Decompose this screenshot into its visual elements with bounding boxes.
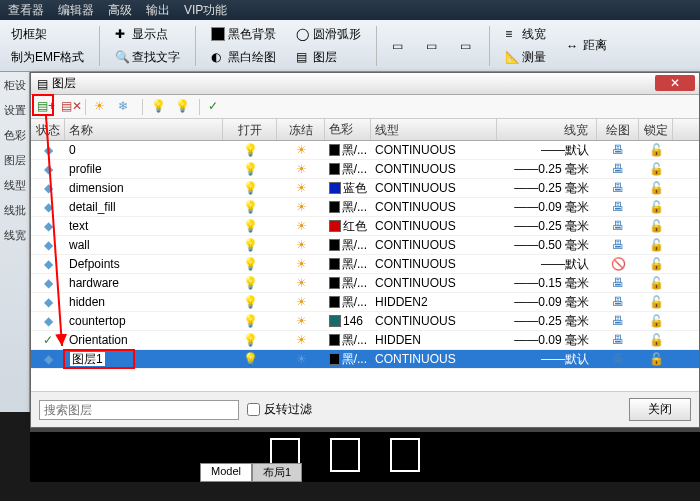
color-swatch[interactable] xyxy=(329,163,340,175)
sun-icon[interactable]: ☀ xyxy=(296,143,307,157)
bulb-icon[interactable]: 💡 xyxy=(243,200,258,214)
lock-icon[interactable]: 🔓 xyxy=(649,219,664,233)
linetype-cell[interactable]: CONTINUOUS xyxy=(371,257,497,271)
table-row[interactable]: ◆countertop💡☀146CONTINUOUS——0.25 毫米🖶🔓 xyxy=(31,312,699,331)
left-item[interactable]: 设置 xyxy=(2,101,28,120)
left-item[interactable]: 色彩 xyxy=(2,126,28,145)
menu-viewer[interactable]: 查看器 xyxy=(8,2,44,19)
show-point-button[interactable]: ✚显示点 xyxy=(110,24,185,45)
checkbox-icon[interactable] xyxy=(247,403,260,416)
color-swatch[interactable] xyxy=(329,353,340,365)
close-button[interactable]: 关闭 xyxy=(629,398,691,421)
table-row[interactable]: ✓Orientation💡☀黑/...HIDDEN——0.09 毫米🖶🔓 xyxy=(31,331,699,350)
col-lweight[interactable]: 线宽 xyxy=(497,119,597,140)
left-item[interactable]: 柜设 xyxy=(2,76,28,95)
col-plot[interactable]: 绘图 xyxy=(597,119,639,140)
layer-name[interactable]: countertop xyxy=(65,314,223,328)
col-open[interactable]: 打开 xyxy=(223,119,277,140)
lineweight-cell[interactable]: ——0.09 毫米 xyxy=(497,294,597,311)
linetype-cell[interactable]: CONTINUOUS xyxy=(371,238,497,252)
bulb-icon[interactable]: 💡 xyxy=(243,238,258,252)
sun-icon[interactable]: ☀ xyxy=(296,276,307,290)
printer-icon[interactable]: 🖶 xyxy=(612,162,624,176)
printer-icon[interactable]: 🖶 xyxy=(612,143,624,157)
layer-name[interactable]: Orientation xyxy=(65,333,223,347)
lineweight-cell[interactable]: ——默认 xyxy=(497,351,597,368)
lineweight-cell[interactable]: ——0.25 毫米 xyxy=(497,313,597,330)
tool-2[interactable]: ▭ xyxy=(421,37,445,55)
printer-icon[interactable]: 🖶 xyxy=(612,276,624,290)
check-icon[interactable]: ✓ xyxy=(208,99,224,115)
col-color[interactable]: 色彩 xyxy=(325,119,371,140)
new-layer-icon[interactable]: ▤+ xyxy=(37,99,53,115)
layer-name[interactable]: hidden xyxy=(65,295,223,309)
measure-button[interactable]: 📐测量 xyxy=(500,47,551,68)
color-swatch[interactable] xyxy=(329,277,340,289)
lock-icon[interactable]: 🔓 xyxy=(649,162,664,176)
menu-editor[interactable]: 编辑器 xyxy=(58,2,94,19)
table-row[interactable]: ◆hidden💡☀黑/...HIDDEN2——0.09 毫米🖶🔓 xyxy=(31,293,699,312)
tab-model[interactable]: Model xyxy=(200,463,252,482)
lineweight-cell[interactable]: ——0.50 毫米 xyxy=(497,237,597,254)
find-text-button[interactable]: 🔍查找文字 xyxy=(110,47,185,68)
sun-icon[interactable]: ☀ xyxy=(296,352,307,366)
lock-icon[interactable]: 🔓 xyxy=(649,276,664,290)
col-ltype[interactable]: 线型 xyxy=(371,119,497,140)
color-swatch[interactable] xyxy=(329,334,340,346)
printer-icon[interactable]: 🖶 xyxy=(612,314,624,328)
layer-name[interactable]: hardware xyxy=(65,276,223,290)
invert-filter-checkbox[interactable]: 反转过滤 xyxy=(247,401,312,418)
sun-icon[interactable]: ☀ xyxy=(296,200,307,214)
emf-format-button[interactable]: 制为EMF格式 xyxy=(6,47,89,68)
sun-icon[interactable]: ☀ xyxy=(296,181,307,195)
tool-3[interactable]: ▭ xyxy=(455,37,479,55)
sun-icon[interactable]: ☀ xyxy=(296,162,307,176)
arc-button[interactable]: ◯圆滑弧形 xyxy=(291,24,366,45)
printer-icon[interactable]: 🖶 xyxy=(612,200,624,214)
printer-icon[interactable]: 🚫 xyxy=(611,257,626,271)
layer-name[interactable]: Defpoints xyxy=(65,257,223,271)
layer-name-input[interactable]: 图层1 xyxy=(69,351,106,367)
lineweight-cell[interactable]: ——默认 xyxy=(497,142,597,159)
linetype-cell[interactable]: CONTINUOUS xyxy=(371,181,497,195)
printer-icon[interactable]: 🖶 xyxy=(612,238,624,252)
table-row[interactable]: ◆dimension💡☀蓝色CONTINUOUS——0.25 毫米🖶🔓 xyxy=(31,179,699,198)
printer-icon[interactable]: 🖶 xyxy=(612,295,624,309)
sun-icon[interactable]: ☀ xyxy=(296,333,307,347)
bulb-icon[interactable]: 💡 xyxy=(243,276,258,290)
bulb-icon[interactable]: 💡 xyxy=(243,143,258,157)
bulb-on-icon[interactable]: 💡 xyxy=(175,99,191,115)
color-swatch[interactable] xyxy=(329,144,340,156)
table-row[interactable]: ◆profile💡☀黑/...CONTINUOUS——0.25 毫米🖶🔓 xyxy=(31,160,699,179)
sun-icon[interactable]: ☀ xyxy=(296,295,307,309)
linetype-cell[interactable]: CONTINUOUS xyxy=(371,162,497,176)
color-swatch[interactable] xyxy=(329,182,341,194)
color-swatch[interactable] xyxy=(329,258,340,270)
lineweight-cell[interactable]: ——0.09 毫米 xyxy=(497,199,597,216)
color-swatch[interactable] xyxy=(329,220,341,232)
bulb-icon[interactable]: 💡 xyxy=(243,219,258,233)
bulb-icon[interactable]: 💡 xyxy=(243,162,258,176)
table-row[interactable]: ◆text💡☀红色CONTINUOUS——0.25 毫米🖶🔓 xyxy=(31,217,699,236)
linetype-cell[interactable]: CONTINUOUS xyxy=(371,200,497,214)
bulb-icon[interactable]: 💡 xyxy=(243,181,258,195)
lock-icon[interactable]: 🔓 xyxy=(649,238,664,252)
col-name[interactable]: 名称 xyxy=(65,119,223,140)
layer-name[interactable]: dimension xyxy=(65,181,223,195)
layer-name[interactable]: detail_fill xyxy=(65,200,223,214)
color-swatch[interactable] xyxy=(329,239,340,251)
left-item[interactable]: 线型 xyxy=(2,176,28,195)
table-row[interactable]: ◆detail_fill💡☀黑/...CONTINUOUS——0.09 毫米🖶🔓 xyxy=(31,198,699,217)
black-bg-button[interactable]: 黑色背景 xyxy=(206,24,281,45)
lineweight-cell[interactable]: ——默认 xyxy=(497,256,597,273)
left-item[interactable]: 线批 xyxy=(2,201,28,220)
menu-output[interactable]: 输出 xyxy=(146,2,170,19)
switch-frame-button[interactable]: 切框架 xyxy=(6,24,89,45)
bulb-icon[interactable]: 💡 xyxy=(243,295,258,309)
lock-icon[interactable]: 🔓 xyxy=(649,352,664,366)
lock-icon[interactable]: 🔓 xyxy=(649,257,664,271)
bulb-icon[interactable]: 💡 xyxy=(243,352,258,366)
sun-icon[interactable]: ☀ xyxy=(296,219,307,233)
delete-layer-icon[interactable]: ▤✕ xyxy=(61,99,77,115)
lweight-button[interactable]: ≡线宽 xyxy=(500,24,551,45)
